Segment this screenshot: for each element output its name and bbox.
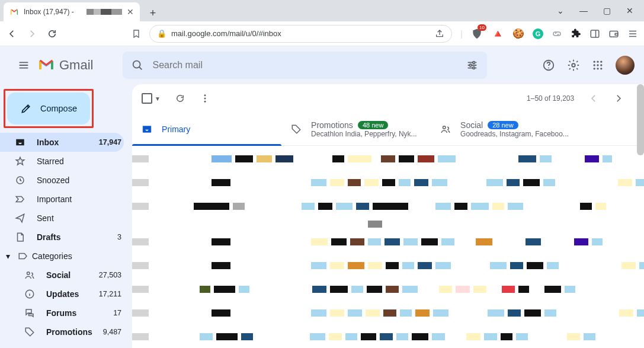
link-extension-icon[interactable] xyxy=(552,28,562,39)
tag-icon xyxy=(291,124,302,135)
mail-row[interactable] xyxy=(132,171,644,194)
sidebar-label: Social xyxy=(46,270,71,280)
sidebar-item-inbox[interactable]: Inbox 17,947 xyxy=(0,133,124,152)
sidebar-label: Updates xyxy=(46,289,79,299)
search-bar[interactable] xyxy=(123,52,487,79)
mail-row[interactable] xyxy=(132,218,644,230)
wallet-icon[interactable] xyxy=(608,28,619,39)
tab-sub: Decathlon India, Pepperfry, Nyk... xyxy=(311,130,417,138)
brave-rewards-icon[interactable]: 🔺 xyxy=(491,27,504,40)
tab-social[interactable]: Social 28 new Goodreads, Instagram, Face… xyxy=(431,113,580,145)
browser-menu-icon[interactable] xyxy=(627,28,638,39)
file-icon xyxy=(14,232,26,242)
tune-icon[interactable] xyxy=(466,59,479,72)
prev-page-button[interactable] xyxy=(588,93,599,104)
compose-button[interactable]: Compose xyxy=(7,92,90,124)
redacted-text xyxy=(86,9,122,15)
svg-point-25 xyxy=(204,98,206,100)
sidebar-item-important[interactable]: Important xyxy=(0,190,124,209)
mail-row[interactable] xyxy=(132,254,644,277)
badge: 48 new xyxy=(358,121,388,129)
mail-row[interactable] xyxy=(132,325,644,348)
cookie-extension-icon[interactable]: 🍪 xyxy=(512,28,524,39)
sidebar: Compose Inbox 17,947 Starred Snoozed Imp… xyxy=(0,84,132,348)
settings-icon[interactable] xyxy=(567,59,580,72)
forward-button[interactable] xyxy=(26,28,38,39)
compose-label: Compose xyxy=(40,104,77,113)
tab-promotions[interactable]: Promotions 48 new Decathlon India, Peppe… xyxy=(281,113,431,145)
back-button[interactable] xyxy=(6,28,18,39)
svg-point-6 xyxy=(473,62,475,64)
scrollbar[interactable] xyxy=(637,84,644,155)
more-button[interactable] xyxy=(200,93,210,104)
lock-icon: 🔒 xyxy=(157,29,166,38)
share-icon[interactable] xyxy=(435,29,444,39)
sidebar-item-sent[interactable]: Sent xyxy=(0,209,124,228)
bookmark-icon[interactable] xyxy=(132,29,141,39)
sidebar-item-starred[interactable]: Starred xyxy=(0,152,124,171)
star-icon xyxy=(14,156,26,167)
brave-shields-icon[interactable]: 10 xyxy=(471,28,483,40)
svg-line-5 xyxy=(139,67,142,70)
sidebar-label: Forums xyxy=(46,308,76,318)
mail-row[interactable] xyxy=(132,277,644,301)
sidebar-item-snoozed[interactable]: Snoozed xyxy=(0,171,124,190)
sidebar-item-categories[interactable]: ▾ Categories xyxy=(0,247,124,266)
mail-row[interactable] xyxy=(132,194,644,218)
sidebar-item-forums[interactable]: Forums 17 xyxy=(0,304,124,323)
hamburger-icon xyxy=(17,59,30,72)
next-page-button[interactable] xyxy=(613,93,624,104)
extensions-icon[interactable] xyxy=(571,28,581,39)
sidebar-label: Important xyxy=(37,194,72,204)
tab-primary[interactable]: Primary xyxy=(132,113,281,145)
sidebar-item-updates[interactable]: Updates 17,211 xyxy=(0,285,124,304)
forum-icon xyxy=(24,308,36,318)
new-tab-button[interactable]: + xyxy=(145,5,161,21)
caret-down-icon: ▼ xyxy=(155,95,161,102)
sidebar-item-social[interactable]: Social 27,503 xyxy=(0,266,124,285)
svg-point-8 xyxy=(473,67,475,69)
apps-icon[interactable] xyxy=(592,59,604,71)
refresh-button[interactable] xyxy=(175,93,185,104)
sidebar-item-drafts[interactable]: Drafts 3 xyxy=(0,228,124,247)
chevron-down-icon[interactable]: ⌄ xyxy=(557,6,564,15)
browser-chrome: Inbox (17,947) - ✕ + ⌄ — ▢ ✕ 🔒 mail.goog… xyxy=(0,0,644,46)
minimize-icon[interactable]: — xyxy=(579,6,588,15)
reload-button[interactable] xyxy=(46,28,58,39)
close-window-icon[interactable]: ✕ xyxy=(626,6,633,15)
sidebar-label: Promotions xyxy=(46,327,92,337)
sidebar-count: 17,211 xyxy=(99,290,124,298)
mail-row[interactable] xyxy=(132,301,644,325)
support-icon[interactable] xyxy=(542,59,555,72)
checkbox-icon xyxy=(142,93,152,104)
svg-point-10 xyxy=(548,68,549,69)
browser-tab[interactable]: Inbox (17,947) - ✕ xyxy=(4,2,140,21)
sidebar-item-promotions[interactable]: Promotions 9,487 xyxy=(0,323,124,341)
select-all[interactable]: ▼ xyxy=(142,93,161,104)
sidebar-label: Drafts xyxy=(37,232,60,242)
search-input[interactable] xyxy=(152,60,457,71)
label-icon xyxy=(18,251,28,261)
tab-label: Primary xyxy=(162,124,190,134)
info-icon xyxy=(24,289,36,299)
main-menu-button[interactable] xyxy=(9,59,38,72)
svg-point-27 xyxy=(443,126,446,129)
close-icon[interactable]: ✕ xyxy=(127,7,134,17)
header-right xyxy=(542,56,635,75)
sidebar-label: Starred xyxy=(37,157,64,166)
address-bar[interactable]: 🔒 mail.google.com/mail/u/0/#inbox xyxy=(149,25,452,43)
svg-point-16 xyxy=(597,64,598,66)
sidepanel-icon[interactable] xyxy=(589,28,600,39)
grammarly-icon[interactable]: G xyxy=(533,28,543,39)
svg-point-22 xyxy=(27,272,30,275)
svg-point-13 xyxy=(597,61,598,63)
gmail-logo[interactable]: Gmail xyxy=(38,58,93,73)
mail-row[interactable] xyxy=(132,230,644,254)
search-icon xyxy=(131,59,144,72)
avatar[interactable] xyxy=(616,56,635,75)
svg-point-17 xyxy=(600,64,602,66)
mail-row[interactable] xyxy=(132,147,644,171)
maximize-icon[interactable]: ▢ xyxy=(603,6,611,15)
svg-point-19 xyxy=(597,68,598,69)
badge: 28 new xyxy=(488,121,518,129)
